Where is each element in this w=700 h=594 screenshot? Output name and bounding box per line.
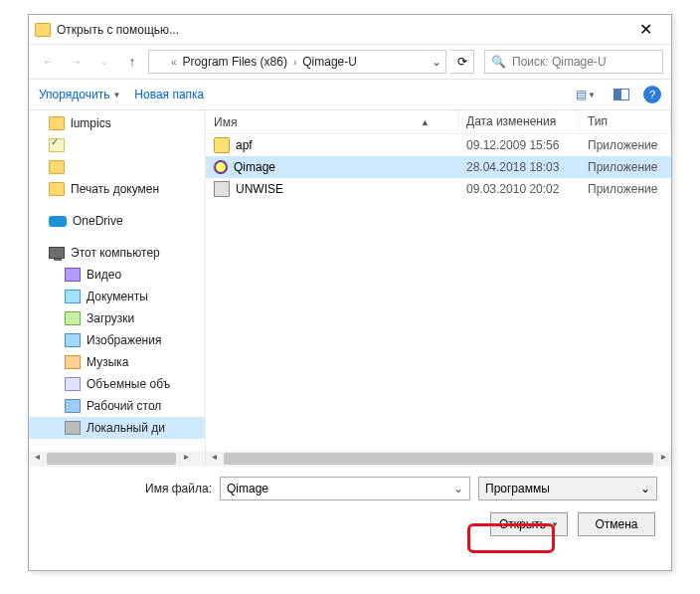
list-view-icon: ▤ bbox=[576, 88, 586, 101]
open-with-dialog: Открыть с помощью... ✕ ← → ⌄ ↑ « Program… bbox=[28, 14, 672, 571]
tree-item[interactable]: Загрузки bbox=[29, 307, 205, 329]
tree-item[interactable]: OneDrive bbox=[29, 210, 205, 232]
folder-icon bbox=[35, 23, 51, 37]
preview-pane-button[interactable] bbox=[608, 84, 635, 105]
file-row[interactable]: apf09.12.2009 15:56Приложение bbox=[206, 134, 671, 156]
search-input[interactable]: 🔍 Поиск: Qimage-U bbox=[484, 50, 663, 74]
tree-item[interactable]: Объемные объ bbox=[29, 373, 205, 395]
scroll-left-button[interactable]: ◂ bbox=[206, 451, 222, 467]
address-dropdown[interactable]: ⌄ bbox=[432, 55, 441, 69]
file-row[interactable]: Qimage28.04.2018 18:03Приложение bbox=[206, 156, 671, 178]
tree-item-label: Изображения bbox=[87, 333, 161, 347]
music-icon bbox=[65, 355, 81, 369]
file-name: Qimage bbox=[234, 160, 275, 174]
organize-menu[interactable]: Упорядочить ▼ bbox=[39, 88, 120, 101]
forward-button[interactable]: → bbox=[65, 50, 88, 74]
cancel-button[interactable]: Отмена bbox=[578, 512, 655, 536]
chevron-right-icon: › bbox=[293, 57, 296, 68]
chevron-down-icon: ▼ bbox=[588, 91, 596, 99]
column-header-name[interactable]: Имя ▲ bbox=[206, 110, 458, 133]
chevron-down-icon: ▼ bbox=[112, 91, 120, 99]
window-title: Открыть с помощью... bbox=[57, 23, 625, 37]
refresh-button[interactable]: ⟳ bbox=[450, 50, 474, 74]
column-headers: Имя ▲ Дата изменения Тип bbox=[206, 110, 671, 134]
close-button[interactable]: ✕ bbox=[625, 16, 665, 44]
filename-label: Имя файла: bbox=[43, 482, 212, 495]
tree-item-label: Этот компьютер bbox=[71, 246, 160, 260]
back-button[interactable]: ← bbox=[37, 50, 61, 74]
column-name-label: Имя bbox=[214, 115, 237, 129]
tree-item[interactable]: Документы bbox=[29, 286, 205, 307]
recent-locations-dropdown[interactable]: ⌄ bbox=[92, 50, 116, 74]
breadcrumb-seg-1[interactable]: Program Files (x86) bbox=[181, 55, 289, 69]
file-date: 09.12.2009 15:56 bbox=[458, 138, 580, 152]
file-icon bbox=[214, 181, 230, 197]
file-icon bbox=[214, 160, 228, 174]
file-name: UNWISE bbox=[236, 182, 283, 196]
file-date: 09.03.2010 20:02 bbox=[458, 182, 580, 196]
file-list[interactable]: Имя ▲ Дата изменения Тип apf09.12.2009 1… bbox=[206, 110, 671, 467]
file-type: Приложение bbox=[580, 182, 671, 196]
tree-horizontal-scrollbar[interactable]: ◂ ▸ bbox=[29, 451, 205, 467]
help-button[interactable]: ? bbox=[643, 86, 661, 103]
cancel-button-label: Отмена bbox=[595, 517, 637, 531]
file-date: 28.04.2018 18:03 bbox=[458, 160, 580, 174]
tree-item[interactable]: Видео bbox=[29, 264, 205, 286]
scroll-thumb[interactable] bbox=[224, 453, 653, 465]
chevron-left-icon: « bbox=[171, 57, 177, 68]
navigation-tree[interactable]: lumpicsПечать докуменOneDriveЭтот компью… bbox=[29, 110, 206, 467]
content-area: lumpicsПечать докуменOneDriveЭтот компью… bbox=[29, 110, 671, 467]
file-type-filter[interactable]: Программы ⌄ bbox=[478, 477, 657, 500]
tree-item[interactable]: Изображения bbox=[29, 329, 205, 351]
open-button-label: Открыть bbox=[499, 517, 546, 531]
new-folder-button[interactable]: Новая папка bbox=[134, 88, 204, 101]
file-icon bbox=[214, 137, 230, 153]
onedrive-icon bbox=[49, 216, 67, 227]
search-placeholder: Поиск: Qimage-U bbox=[512, 55, 607, 69]
tree-item-label: Загрузки bbox=[87, 311, 134, 325]
tree-item[interactable]: Музыка bbox=[29, 351, 205, 373]
tree-item[interactable]: Рабочий стол bbox=[29, 395, 205, 417]
filename-input[interactable]: Qimage ⌄ bbox=[220, 477, 470, 500]
breadcrumb-seg-2[interactable]: Qimage-U bbox=[300, 55, 359, 69]
up-button[interactable]: ↑ bbox=[120, 50, 144, 74]
file-name: apf bbox=[236, 138, 253, 152]
dialog-footer: Имя файла: Qimage ⌄ Программы ⌄ Открыть … bbox=[29, 467, 671, 550]
vol-icon bbox=[65, 377, 81, 391]
tree-item[interactable]: Локальный ди bbox=[29, 417, 205, 439]
video-icon bbox=[65, 268, 81, 282]
column-header-type[interactable]: Тип bbox=[580, 110, 671, 133]
column-header-date[interactable]: Дата изменения bbox=[458, 110, 580, 133]
scroll-thumb[interactable] bbox=[47, 453, 176, 465]
view-options-button[interactable]: ▤ ▼ bbox=[572, 84, 600, 105]
tree-item-label: Музыка bbox=[87, 355, 128, 369]
tree-item-label: lumpics bbox=[71, 116, 111, 130]
file-type: Приложение bbox=[580, 160, 671, 174]
new-folder-label: Новая папка bbox=[134, 88, 204, 101]
sort-asc-icon: ▲ bbox=[421, 117, 430, 127]
open-button[interactable]: Открыть ▼ bbox=[490, 512, 568, 536]
scroll-right-button[interactable]: ▸ bbox=[178, 451, 194, 467]
file-horizontal-scrollbar[interactable]: ◂ ▸ bbox=[206, 451, 671, 467]
tree-item-label: Рабочий стол bbox=[87, 399, 161, 413]
tree-item[interactable] bbox=[29, 134, 205, 156]
split-dropdown-icon[interactable]: ▼ bbox=[551, 520, 559, 529]
folder-icon bbox=[49, 116, 65, 130]
tree-item-label: Локальный ди bbox=[87, 421, 165, 435]
dropdown-icon[interactable]: ⌄ bbox=[453, 482, 463, 495]
scroll-right-button[interactable]: ▸ bbox=[655, 451, 671, 467]
tree-item[interactable]: Печать докумен bbox=[29, 178, 205, 200]
check-icon bbox=[49, 138, 65, 152]
dropdown-icon[interactable]: ⌄ bbox=[640, 482, 650, 495]
file-row[interactable]: UNWISE09.03.2010 20:02Приложение bbox=[206, 178, 671, 200]
organize-label: Упорядочить bbox=[39, 88, 109, 101]
pic-icon bbox=[65, 333, 81, 347]
column-type-label: Тип bbox=[588, 114, 608, 128]
tree-item[interactable] bbox=[29, 156, 205, 178]
tree-item-label: Видео bbox=[87, 268, 121, 282]
tree-item[interactable]: lumpics bbox=[29, 112, 205, 134]
tree-item[interactable]: Этот компьютер bbox=[29, 242, 205, 264]
address-bar[interactable]: « Program Files (x86) › Qimage-U ⌄ bbox=[148, 50, 446, 74]
tree-item-label: Документы bbox=[87, 290, 148, 303]
scroll-left-button[interactable]: ◂ bbox=[29, 451, 45, 467]
